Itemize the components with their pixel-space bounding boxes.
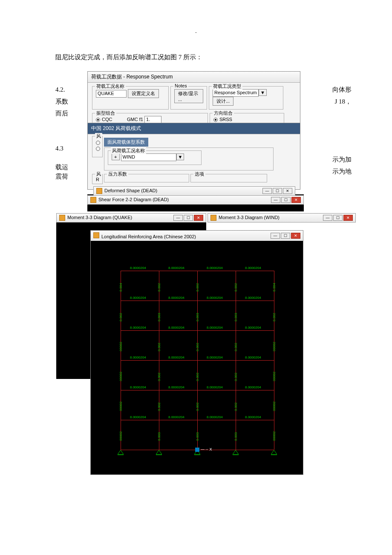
maximize-button[interactable]: ☐ (281, 233, 290, 239)
close-button[interactable]: ✕ (291, 233, 300, 239)
app-icon (96, 188, 102, 194)
wind-radio-2[interactable] (96, 147, 100, 151)
load-case-name-input[interactable]: QUAKE (96, 90, 127, 98)
wind-case-name-label: 风荷载工况名称 (111, 147, 146, 154)
origin-marker (195, 448, 199, 452)
side-text-r2a: 示为加 (332, 153, 352, 166)
column-value: 0.003 (157, 313, 161, 321)
column-value: 0.002 (234, 402, 238, 411)
minimize-button[interactable]: — (323, 215, 332, 221)
beam-value: 8.0000204 (130, 385, 146, 389)
beam-line (121, 390, 274, 390)
column-value: 0.002 (196, 402, 199, 411)
cqc-label: CQC (102, 117, 112, 122)
shear-force-title: Shear Force 2-2 Diagram (DEAD) (98, 197, 169, 202)
column-value: 0.002 (272, 313, 276, 321)
column-value: 0.002 (196, 343, 199, 351)
maximize-button[interactable]: ☐ (281, 197, 291, 203)
reinforcing-area-window: Longitudinal Reinforcing Area (Chinese 2… (90, 230, 303, 475)
wind-case-select[interactable]: WIND (121, 153, 176, 161)
dir-srss-label: SRSS (219, 117, 232, 122)
notes-label: Notes (173, 83, 188, 88)
beam-value: 8.0000204 (168, 415, 184, 419)
beam-value: 8.0000204 (130, 326, 146, 330)
wind-dialog-title: 中国 2002 风荷载模式 (88, 123, 300, 134)
deformed-shape-title: Deformed Shape (DEAD) (104, 188, 157, 193)
close-button[interactable]: ✕ (343, 215, 353, 221)
set-def-name-button[interactable]: 设置定义名 (128, 89, 159, 98)
beam-value: 8.0000204 (130, 415, 146, 419)
column-value: 0.003 (234, 432, 238, 441)
column-value: 0.002 (196, 373, 199, 381)
wind-fs3-label: 风 (95, 171, 102, 177)
radio-dir-srss[interactable] (213, 118, 218, 122)
beam-value: 8.0000204 (245, 326, 261, 330)
beam-value: 8.0000204 (168, 266, 184, 270)
minimize-button[interactable]: — (173, 215, 183, 221)
beam-value: 8.0000204 (245, 266, 261, 270)
column-value: 0.002 (234, 283, 238, 292)
design-button[interactable]: 设计... (213, 97, 233, 106)
section-4-2: 4.2. (55, 84, 65, 96)
minimize-button[interactable]: — (262, 188, 272, 194)
app-icon (93, 232, 99, 238)
wind-shape-factor-tab[interactable]: 面风荷载体型系数 (104, 138, 148, 147)
column-value: 00002 (119, 342, 123, 351)
minimize-button[interactable]: — (271, 197, 280, 203)
wind-radio-1[interactable] (96, 141, 100, 145)
side-text-r2b: 示为地 (332, 165, 352, 178)
moment-quake-window: Moment 3-3 Diagram (QUAKE) —☐✕ (56, 213, 206, 223)
beam-value: 8.0000204 (168, 326, 184, 330)
maximize-button[interactable]: ☐ (184, 215, 193, 221)
wind-fs3-val: R (96, 177, 99, 182)
close-button[interactable]: ✕ (283, 188, 292, 194)
pressure-coef-label: 压力系数 (107, 171, 128, 177)
support-icon (233, 450, 239, 455)
column-value: 0.002 (119, 313, 123, 321)
options-label: 选项 (193, 171, 205, 177)
beam-line (121, 271, 274, 271)
column-value: 0.003 (234, 313, 238, 321)
beam-value: 8.0000204 (168, 385, 184, 389)
direction-combo-label: 方向组合 (213, 110, 234, 116)
wind-dropdown-icon[interactable]: ▼ (176, 153, 184, 160)
radio-cqc[interactable] (96, 118, 100, 122)
shear-force-window: Shear Force 2-2 Diagram (DEAD) —☐✕ (87, 195, 304, 205)
load-case-type-label: 荷载工况类型 (212, 83, 242, 90)
maximize-button[interactable]: ☐ (273, 188, 282, 194)
column-value: 0.003 (196, 313, 199, 321)
close-button[interactable]: ✕ (291, 197, 301, 203)
load-case-type-select[interactable]: Response Spectrum (213, 89, 259, 97)
side-text-l1c: 而后 (55, 107, 68, 120)
beam-line (121, 360, 274, 361)
reinforcing-title: Longitudinal Reinforcing Area (Chinese 2… (101, 234, 196, 239)
column-value: 0.002 (196, 283, 199, 292)
column-value: 00002 (272, 431, 276, 441)
column-value: 0.004 (272, 283, 276, 292)
moment-wind-title: Moment 3-3 Diagram (WIND) (219, 215, 280, 220)
beam-value: 8.0000204 (207, 296, 223, 300)
moment-wind-window: Moment 3-3 Diagram (WIND) —☐✕ (208, 213, 356, 223)
column-value: 00002 (272, 372, 276, 381)
beam-line (121, 420, 274, 420)
modify-show-notes-button[interactable]: 修改/显示 ... (174, 89, 203, 103)
column-value: 0.002 (157, 373, 161, 381)
beam-value: 8.0000204 (245, 385, 261, 389)
beam-value: 8.0000204 (245, 415, 261, 419)
side-text-r1b: J 18， (334, 95, 352, 108)
gmc-f1-label: GMC f1 (127, 117, 143, 122)
moment-quake-title: Moment 3-3 Diagram (QUAKE) (67, 215, 132, 220)
minimize-button[interactable]: — (271, 233, 280, 239)
side-text-l2c: 震荷 (55, 171, 68, 183)
plus-button[interactable]: + (112, 153, 119, 160)
close-button[interactable]: ✕ (194, 215, 203, 221)
deformed-shape-window: Deformed Shape (DEAD) —☐✕ (93, 186, 295, 196)
beam-value: 8.0000204 (245, 296, 261, 300)
column-value: 0.003 (157, 432, 161, 441)
dialog-title: 荷载工况数据 - Response Spectrum (88, 72, 300, 83)
maximize-button[interactable]: ☐ (333, 215, 343, 221)
beam-line (121, 301, 274, 301)
load-case-name-label: 荷载工况名称 (95, 83, 126, 90)
type-dropdown-icon[interactable]: ▼ (259, 89, 267, 96)
beam-value: 8.0000204 (207, 356, 223, 359)
